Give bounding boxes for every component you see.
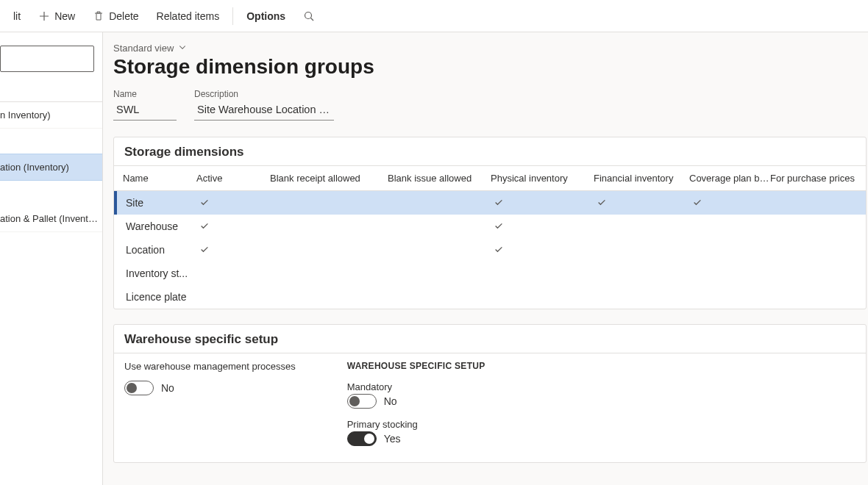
wh-left-col: Use warehouse management processes No [124,361,296,446]
main-content: Standard view Storage dimension groups N… [103,32,868,485]
cell-check [199,220,273,233]
mandatory-label: Mandatory [347,381,485,392]
table-row[interactable]: Inventory st... [114,262,866,285]
options-label: Options [246,10,285,22]
cell-name: Inventory st... [126,267,199,279]
edit-button[interactable]: lit [6,6,28,26]
mandatory-toggle[interactable] [347,394,377,409]
cell-check [597,197,692,209]
col-coverage[interactable]: Coverage plan by di... [689,173,770,184]
sidebar-search-input[interactable] [0,46,94,72]
chevron-down-icon [178,43,187,54]
page-title: Storage dimension groups [113,55,868,79]
svg-point-0 [305,12,312,18]
primary-stocking-value: Yes [384,433,401,445]
primary-stocking-toggle[interactable] [347,431,377,446]
col-name[interactable]: Name [123,173,196,184]
trash-icon [93,10,104,22]
storage-dimensions-title: Storage dimensions [114,137,866,165]
col-active[interactable]: Active [196,173,270,184]
description-input[interactable]: Site Warehouse Location (Inven... [194,101,334,121]
name-label: Name [113,89,177,99]
search-icon [303,10,315,22]
table-row[interactable]: Warehouse [114,215,866,238]
options-button[interactable]: Options [239,6,293,26]
separator [232,7,233,25]
sidebar-item-2[interactable]: ation & Pallet (Inventory) [0,206,102,232]
related-items-button[interactable]: Related items [149,6,227,26]
cell-check [494,220,597,233]
description-label: Description [194,89,334,99]
col-blank-issue[interactable]: Blank issue allowed [388,173,491,184]
grid-header: Name Active Blank receipt allowed Blank … [114,166,866,191]
storage-dimensions-grid: Name Active Blank receipt allowed Blank … [114,165,866,309]
cell-check [494,197,597,209]
new-button[interactable]: New [31,6,82,26]
sidebar: n Inventory) ation (Inventory) ation & P… [0,32,103,485]
cell-check [494,244,597,256]
cell-check [692,197,773,209]
use-wh-mgmt-toggle[interactable] [124,381,154,395]
cell-name: Warehouse [126,220,199,232]
name-field: Name SWL [113,89,177,121]
sidebar-list: n Inventory) ation (Inventory) ation & P… [0,101,102,232]
search-button[interactable] [296,6,322,26]
col-physical[interactable]: Physical inventory [491,173,594,184]
delete-label: Delete [109,10,138,22]
wh-right-col: WAREHOUSE SPECIFIC SETUP Mandatory No Pr… [347,361,485,446]
edit-label: lit [13,10,21,22]
cell-name: Site [126,197,199,209]
description-field: Description Site Warehouse Location (Inv… [194,89,334,121]
wh-section-heading: WAREHOUSE SPECIFIC SETUP [347,361,485,371]
related-label: Related items [157,10,220,22]
storage-dimensions-card: Storage dimensions Name Active Blank rec… [113,137,867,309]
view-switch[interactable]: Standard view [113,43,868,54]
use-wh-mgmt-label: Use warehouse management processes [124,361,296,372]
warehouse-setup-title: Warehouse specific setup [114,325,866,353]
table-row[interactable]: Location [114,238,866,262]
col-financial[interactable]: Financial inventory [594,173,689,184]
new-label: New [54,10,75,22]
table-row[interactable]: Site [114,191,866,215]
plus-icon [38,10,50,22]
sidebar-item-0[interactable]: n Inventory) [0,102,102,129]
command-bar: lit New Delete Related items Options [0,0,868,32]
cell-name: Licence plate [126,291,199,303]
table-row[interactable]: Licence plate [114,285,866,309]
cell-check [199,197,273,209]
col-purchase[interactable]: For purchase prices [770,173,866,184]
warehouse-setup-card: Warehouse specific setup Use warehouse m… [113,324,867,463]
view-switch-label: Standard view [113,43,174,54]
sidebar-item-1[interactable]: ation (Inventory) [0,154,102,181]
primary-stocking-label: Primary stocking [347,419,485,430]
name-input[interactable]: SWL [113,101,177,121]
mandatory-value: No [384,395,397,407]
col-blank-receipt[interactable]: Blank receipt allowed [270,173,388,184]
cell-name: Location [126,244,199,256]
header-fields: Name SWL Description Site Warehouse Loca… [113,89,868,121]
use-wh-mgmt-value: No [161,382,174,394]
cell-check [199,244,273,256]
delete-button[interactable]: Delete [85,6,146,26]
